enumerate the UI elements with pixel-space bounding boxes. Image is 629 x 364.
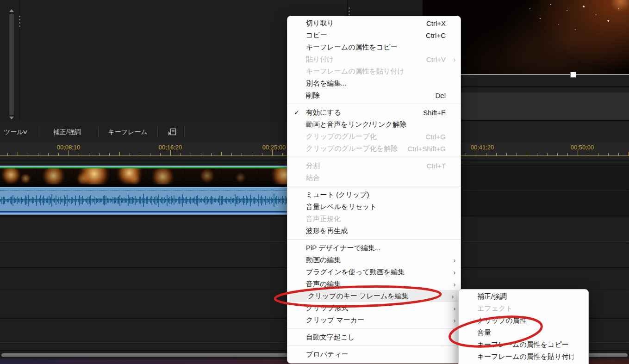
- context-menu-item[interactable]: プラグインを使って動画を編集›: [287, 266, 461, 278]
- ruler-tick: [537, 153, 537, 156]
- menu-item-label: クリップのグループ化: [306, 132, 425, 141]
- timeline-clip-fireworks[interactable]: [0, 166, 296, 215]
- ruler-tick: [527, 152, 527, 156]
- video-editor-window: ツール ∨ 補正/強調 キーフレーム 00;08;1000;16;2000;25…: [0, 0, 629, 364]
- fix-enhance-button[interactable]: 補正/強調: [46, 121, 88, 142]
- menu-item-label: キーフレームの属性を貼り付け: [306, 67, 446, 76]
- submenu-arrow-icon: ›: [447, 292, 459, 300]
- submenu-arrow-icon: ›: [448, 280, 461, 288]
- context-menu-item[interactable]: 動画の編集›: [287, 254, 461, 266]
- ruler-tick: [608, 153, 609, 156]
- ruler-tick: [18, 152, 18, 156]
- menu-item-label: キーフレームの属性をコピー: [306, 43, 446, 52]
- ruler-tick: [99, 153, 100, 156]
- context-menu-item[interactable]: 別名を編集...: [287, 77, 461, 89]
- context-menu-item[interactable]: ミュート (クリップ): [287, 189, 461, 201]
- menu-item-label: プラグインを使って動画を編集: [306, 268, 446, 277]
- clip-menu-icon[interactable]: [165, 121, 180, 142]
- ruler-tick: [231, 153, 232, 156]
- ruler-tick: [130, 153, 130, 156]
- menu-item-label: 有効にする: [306, 108, 423, 117]
- context-menu-item[interactable]: クリップの属性: [459, 315, 588, 327]
- context-menu-item[interactable]: 切り取りCtrl+X: [287, 17, 461, 29]
- menu-item-label: 音量: [477, 328, 573, 337]
- menu-item-label: 補正/強調: [477, 292, 573, 301]
- context-menu-item[interactable]: ✓有効にするShift+E: [287, 106, 461, 118]
- context-menu-item[interactable]: キーフレームの属性をコピー: [287, 41, 461, 53]
- menu-item-label: 音声の編集: [306, 280, 446, 289]
- context-menu-item[interactable]: PiP デザイナーで編集...: [287, 242, 461, 254]
- context-menu-item: エフェクト: [459, 302, 588, 315]
- menu-item-shortcut: Ctrl+X: [426, 19, 446, 27]
- context-menu-item[interactable]: 削除Del: [287, 89, 461, 101]
- ruler-tick: [58, 153, 59, 156]
- ruler-tick: [252, 153, 252, 156]
- ruler-tick: [160, 153, 161, 156]
- divider-drag-handle[interactable]: [19, 16, 20, 29]
- ruler-tick: [506, 153, 507, 156]
- menu-item-label: クリップ形式: [306, 304, 446, 313]
- context-menu-item[interactable]: クリップのキー フレームを編集›: [289, 290, 459, 302]
- menu-item-label: 動画の編集: [306, 256, 446, 265]
- clip-thumbnail: [74, 168, 111, 187]
- context-menu-item[interactable]: キーフレームの属性をコピー: [459, 339, 588, 351]
- context-menu-item: クリップのグループ化Ctrl+G: [287, 130, 461, 142]
- ruler-tick: [567, 153, 568, 156]
- context-menu-item[interactable]: 補正/強調: [459, 290, 588, 302]
- ruler-timecode-label: 00;16;20: [149, 144, 191, 151]
- keyframe-button[interactable]: キーフレーム: [106, 121, 149, 142]
- ruler-tick: [79, 153, 79, 156]
- ruler-tick: [221, 152, 222, 156]
- menu-separator: [287, 186, 461, 186]
- menu-item-shortcut: Del: [435, 92, 446, 99]
- context-menu-item[interactable]: キーフレームの属性を貼り付け: [459, 351, 588, 363]
- keyframe-edit-submenu: 補正/強調エフェクトクリップの属性音量キーフレームの属性をコピーキーフレームの属…: [458, 289, 589, 364]
- context-menu-item[interactable]: 自動文字起こし: [287, 331, 461, 343]
- context-menu-item[interactable]: 動画と音声をリンク/リンク解除: [287, 118, 461, 130]
- ruler-timecode-label: 00;50;00: [561, 144, 603, 151]
- context-menu-item[interactable]: コピーCtrl+C: [287, 29, 461, 41]
- menu-item-shortcut: Ctrl+V: [426, 56, 446, 63]
- audio-waveform: [0, 191, 296, 209]
- vertical-scrollbar-thumb[interactable]: [9, 14, 14, 115]
- ruler-tick: [109, 153, 110, 156]
- context-menu-item[interactable]: 音量: [459, 327, 588, 339]
- clip-context-menu: 切り取りCtrl+XコピーCtrl+Cキーフレームの属性をコピー貼り付けCtrl…: [287, 16, 461, 364]
- context-menu-item[interactable]: クリップ形式›: [287, 302, 461, 314]
- menu-item-shortcut: Shift+E: [423, 109, 446, 117]
- audio-volume-line: [0, 190, 296, 191]
- menu-item-label: エフェクト: [477, 304, 573, 313]
- clip-audio-waveform-area: [0, 188, 296, 211]
- context-menu-item[interactable]: プロパティー: [287, 348, 461, 360]
- menu-item-label: コピー: [306, 31, 426, 40]
- context-menu-item[interactable]: 音量レベルをリセット: [287, 201, 461, 213]
- ruler-tick: [140, 153, 140, 156]
- ruler-tick: [588, 153, 588, 156]
- chevron-down-icon[interactable]: ∨: [22, 121, 28, 142]
- context-menu-item[interactable]: 波形を再生成: [287, 225, 461, 237]
- check-icon: ✓: [287, 109, 306, 116]
- context-menu-item: キーフレームの属性を貼り付け: [287, 65, 461, 77]
- tools-button[interactable]: ツール: [4, 121, 24, 142]
- ruler-tick: [557, 153, 558, 156]
- menu-separator: [287, 104, 461, 104]
- menu-item-label: 貼り付け: [306, 55, 426, 64]
- scroll-down-arrow-icon[interactable]: [9, 117, 14, 119]
- menu-item-label: PiP デザイナーで編集...: [306, 244, 446, 253]
- ruler-tick: [242, 153, 242, 156]
- clip-thumbnail: [37, 168, 74, 187]
- clip-thumbnail: [111, 168, 148, 187]
- menu-item-label: 別名を編集...: [306, 79, 446, 88]
- ruler-tick: [7, 153, 8, 156]
- preview-scrub-handle[interactable]: [570, 72, 576, 78]
- ruler-tick: [89, 153, 89, 156]
- context-menu-item[interactable]: クリップ マーカー›: [287, 314, 461, 326]
- menu-item-shortcut: Ctrl+T: [427, 162, 446, 170]
- scroll-up-arrow-icon[interactable]: [9, 9, 14, 12]
- ruler-tick: [618, 153, 619, 156]
- vertical-scrollbar[interactable]: [9, 9, 14, 119]
- menu-item-label: 波形を再生成: [306, 227, 446, 235]
- menu-item-label: 自動文字起こし: [306, 333, 446, 342]
- context-menu-item[interactable]: 音声の編集›: [287, 278, 461, 290]
- menu-item-label: 結合: [306, 173, 446, 182]
